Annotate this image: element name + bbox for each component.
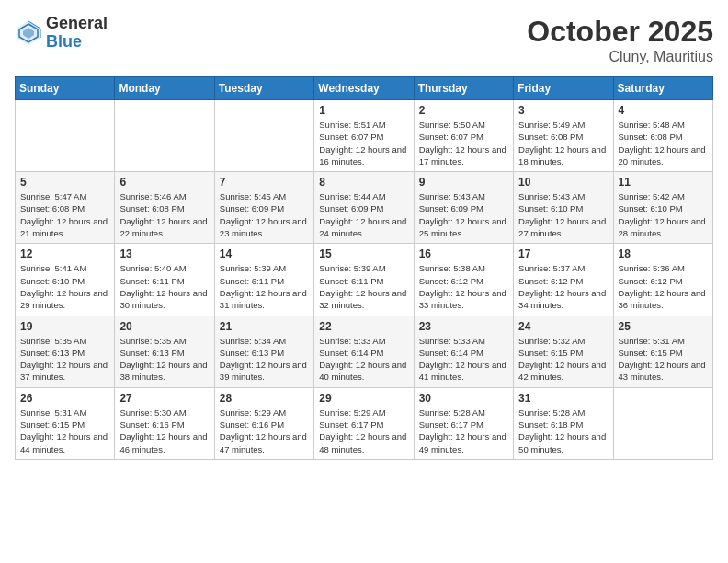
calendar-dow-thursday: Thursday (414, 77, 513, 100)
calendar-day-cell: 20Sunrise: 5:35 AM Sunset: 6:13 PM Dayli… (115, 316, 214, 387)
day-info: Sunrise: 5:47 AM Sunset: 6:08 PM Dayligh… (20, 190, 109, 239)
day-info: Sunrise: 5:36 AM Sunset: 6:12 PM Dayligh… (619, 262, 708, 311)
day-number: 15 (319, 247, 408, 260)
day-info: Sunrise: 5:32 AM Sunset: 6:15 PM Dayligh… (518, 335, 608, 384)
day-info: Sunrise: 5:35 AM Sunset: 6:13 PM Dayligh… (119, 335, 209, 384)
calendar-table: SundayMondayTuesdayWednesdayThursdayFrid… (15, 76, 713, 460)
calendar-day-cell: 14Sunrise: 5:39 AM Sunset: 6:11 PM Dayli… (214, 244, 313, 316)
calendar-day-cell: 16Sunrise: 5:38 AM Sunset: 6:12 PM Dayli… (414, 244, 513, 316)
day-number: 12 (20, 247, 109, 260)
calendar-day-cell: 30Sunrise: 5:28 AM Sunset: 6:17 PM Dayli… (414, 387, 513, 459)
day-info: Sunrise: 5:42 AM Sunset: 6:10 PM Dayligh… (619, 190, 708, 239)
day-info: Sunrise: 5:39 AM Sunset: 6:11 PM Dayligh… (319, 262, 408, 311)
calendar-empty-cell (214, 100, 313, 172)
day-info: Sunrise: 5:44 AM Sunset: 6:09 PM Dayligh… (319, 190, 408, 239)
day-info: Sunrise: 5:43 AM Sunset: 6:09 PM Dayligh… (419, 190, 508, 239)
day-number: 23 (419, 320, 508, 333)
day-number: 19 (20, 320, 109, 333)
calendar-empty-cell (613, 387, 712, 459)
calendar-day-cell: 27Sunrise: 5:30 AM Sunset: 6:16 PM Dayli… (115, 387, 214, 459)
month-title: October 2025 (527, 15, 713, 49)
page-header: General Blue October 2025 Cluny, Mauriti… (15, 15, 713, 65)
day-info: Sunrise: 5:41 AM Sunset: 6:10 PM Dayligh… (20, 262, 109, 311)
calendar-day-cell: 12Sunrise: 5:41 AM Sunset: 6:10 PM Dayli… (16, 244, 115, 316)
day-number: 16 (419, 247, 508, 260)
day-number: 28 (220, 392, 309, 405)
calendar-day-cell: 21Sunrise: 5:34 AM Sunset: 6:13 PM Dayli… (214, 316, 313, 387)
day-info: Sunrise: 5:28 AM Sunset: 6:17 PM Dayligh… (419, 407, 508, 455)
day-number: 31 (518, 392, 608, 405)
calendar-day-cell: 11Sunrise: 5:42 AM Sunset: 6:10 PM Dayli… (613, 172, 712, 244)
calendar-dow-tuesday: Tuesday (214, 77, 313, 100)
day-number: 25 (619, 320, 708, 333)
day-info: Sunrise: 5:35 AM Sunset: 6:13 PM Dayligh… (20, 335, 109, 384)
day-info: Sunrise: 5:43 AM Sunset: 6:10 PM Dayligh… (518, 190, 608, 239)
day-number: 9 (419, 176, 508, 189)
day-info: Sunrise: 5:29 AM Sunset: 6:16 PM Dayligh… (220, 407, 309, 455)
calendar-dow-sunday: Sunday (16, 77, 115, 100)
day-info: Sunrise: 5:50 AM Sunset: 6:07 PM Dayligh… (419, 119, 508, 167)
calendar-day-cell: 24Sunrise: 5:32 AM Sunset: 6:15 PM Dayli… (514, 316, 613, 387)
calendar-day-cell: 18Sunrise: 5:36 AM Sunset: 6:12 PM Dayli… (613, 244, 712, 316)
day-number: 29 (319, 392, 408, 405)
day-info: Sunrise: 5:34 AM Sunset: 6:13 PM Dayligh… (220, 335, 309, 384)
calendar-day-cell: 10Sunrise: 5:43 AM Sunset: 6:10 PM Dayli… (514, 172, 613, 244)
calendar-day-cell: 4Sunrise: 5:48 AM Sunset: 6:08 PM Daylig… (613, 100, 712, 172)
day-number: 8 (319, 176, 408, 189)
calendar-day-cell: 6Sunrise: 5:46 AM Sunset: 6:08 PM Daylig… (115, 172, 214, 244)
day-info: Sunrise: 5:45 AM Sunset: 6:09 PM Dayligh… (220, 190, 309, 239)
day-number: 21 (220, 320, 309, 333)
calendar-dow-wednesday: Wednesday (314, 77, 414, 100)
day-number: 6 (119, 176, 209, 189)
day-info: Sunrise: 5:46 AM Sunset: 6:08 PM Dayligh… (119, 190, 209, 239)
calendar-day-cell: 25Sunrise: 5:31 AM Sunset: 6:15 PM Dayli… (613, 316, 712, 387)
day-info: Sunrise: 5:38 AM Sunset: 6:12 PM Dayligh… (419, 262, 508, 311)
day-info: Sunrise: 5:48 AM Sunset: 6:08 PM Dayligh… (619, 119, 708, 167)
calendar-dow-friday: Friday (514, 77, 613, 100)
day-info: Sunrise: 5:40 AM Sunset: 6:11 PM Dayligh… (119, 262, 209, 311)
calendar-empty-cell (115, 100, 214, 172)
calendar-day-cell: 31Sunrise: 5:28 AM Sunset: 6:18 PM Dayli… (514, 387, 613, 459)
calendar-week-row: 5Sunrise: 5:47 AM Sunset: 6:08 PM Daylig… (16, 172, 713, 244)
day-number: 22 (319, 320, 408, 333)
day-number: 3 (518, 104, 608, 117)
day-info: Sunrise: 5:31 AM Sunset: 6:15 PM Dayligh… (20, 407, 109, 455)
day-number: 27 (119, 392, 209, 405)
calendar-day-cell: 28Sunrise: 5:29 AM Sunset: 6:16 PM Dayli… (214, 387, 313, 459)
calendar-week-row: 26Sunrise: 5:31 AM Sunset: 6:15 PM Dayli… (16, 387, 713, 459)
location: Cluny, Mauritius (527, 49, 713, 65)
day-number: 13 (119, 247, 209, 260)
day-number: 26 (20, 392, 109, 405)
day-info: Sunrise: 5:49 AM Sunset: 6:08 PM Dayligh… (518, 119, 608, 167)
day-info: Sunrise: 5:30 AM Sunset: 6:16 PM Dayligh… (119, 407, 209, 455)
calendar-day-cell: 22Sunrise: 5:33 AM Sunset: 6:14 PM Dayli… (314, 316, 414, 387)
day-number: 24 (518, 320, 608, 333)
day-info: Sunrise: 5:37 AM Sunset: 6:12 PM Dayligh… (518, 262, 608, 311)
day-number: 11 (619, 176, 708, 189)
calendar-day-cell: 15Sunrise: 5:39 AM Sunset: 6:11 PM Dayli… (314, 244, 414, 316)
logo-icon (15, 19, 42, 47)
calendar-dow-saturday: Saturday (613, 77, 712, 100)
day-info: Sunrise: 5:33 AM Sunset: 6:14 PM Dayligh… (419, 335, 508, 384)
calendar-day-cell: 5Sunrise: 5:47 AM Sunset: 6:08 PM Daylig… (16, 172, 115, 244)
calendar-day-cell: 26Sunrise: 5:31 AM Sunset: 6:15 PM Dayli… (16, 387, 115, 459)
calendar-day-cell: 23Sunrise: 5:33 AM Sunset: 6:14 PM Dayli… (414, 316, 513, 387)
calendar-day-cell: 17Sunrise: 5:37 AM Sunset: 6:12 PM Dayli… (514, 244, 613, 316)
calendar-day-cell: 3Sunrise: 5:49 AM Sunset: 6:08 PM Daylig… (514, 100, 613, 172)
day-number: 14 (220, 247, 309, 260)
calendar-day-cell: 29Sunrise: 5:29 AM Sunset: 6:17 PM Dayli… (314, 387, 414, 459)
calendar-day-cell: 13Sunrise: 5:40 AM Sunset: 6:11 PM Dayli… (115, 244, 214, 316)
day-info: Sunrise: 5:51 AM Sunset: 6:07 PM Dayligh… (319, 119, 408, 167)
day-info: Sunrise: 5:39 AM Sunset: 6:11 PM Dayligh… (220, 262, 309, 311)
day-number: 1 (319, 104, 408, 117)
calendar-week-row: 1Sunrise: 5:51 AM Sunset: 6:07 PM Daylig… (16, 100, 713, 172)
calendar-day-cell: 9Sunrise: 5:43 AM Sunset: 6:09 PM Daylig… (414, 172, 513, 244)
title-block: October 2025 Cluny, Mauritius (527, 15, 713, 65)
logo-blue: Blue (46, 33, 108, 52)
calendar-empty-cell (16, 100, 115, 172)
calendar-week-row: 19Sunrise: 5:35 AM Sunset: 6:13 PM Dayli… (16, 316, 713, 387)
day-number: 4 (619, 104, 708, 117)
calendar-day-cell: 7Sunrise: 5:45 AM Sunset: 6:09 PM Daylig… (214, 172, 313, 244)
day-number: 20 (119, 320, 209, 333)
day-number: 7 (220, 176, 309, 189)
